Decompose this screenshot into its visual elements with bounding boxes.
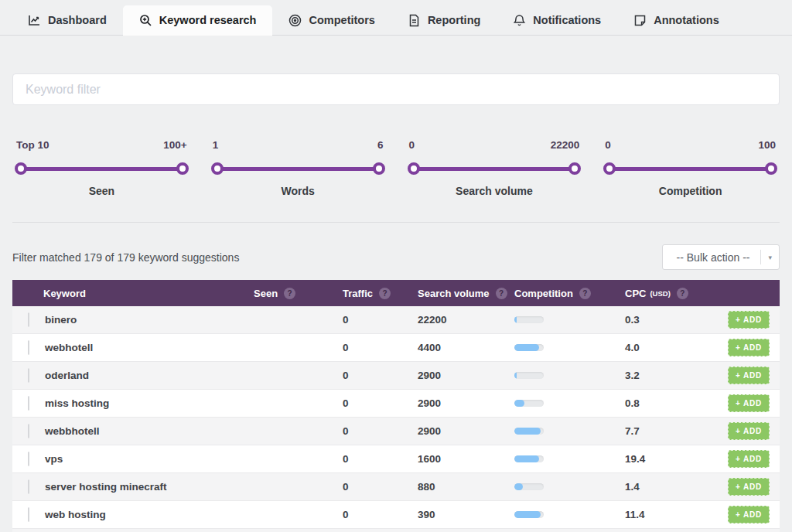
- slider-handle-max[interactable]: [373, 162, 385, 175]
- slider-track[interactable]: [16, 167, 187, 171]
- slider-seen: Top 10 100+ Seen: [16, 139, 187, 197]
- add-keyword-button[interactable]: + ADD: [728, 478, 770, 496]
- traffic-cell: 0: [343, 342, 418, 353]
- keyword-cell: server hosting minecraft: [43, 481, 254, 493]
- tab-dashboard[interactable]: Dashboard: [12, 5, 123, 35]
- slider-handle-min[interactable]: [603, 162, 616, 175]
- bell-icon: [513, 14, 526, 27]
- row-checkbox[interactable]: [28, 396, 29, 411]
- traffic-cell: 0: [343, 314, 418, 326]
- add-keyword-button[interactable]: + ADD: [728, 367, 770, 384]
- slider-handle-min[interactable]: [408, 162, 420, 175]
- traffic-cell: 0: [343, 370, 418, 381]
- competition-bar-fill: [514, 455, 539, 462]
- slider-competition: 0 100 Competition: [605, 139, 776, 197]
- tab-reporting[interactable]: Reporting: [391, 5, 497, 35]
- keyword-table: Keyword Seen? Traffic? Search volume? Co…: [12, 280, 780, 532]
- cpc-cell: 0.3: [625, 314, 715, 326]
- competition-bar: [514, 372, 544, 379]
- table-row: miss hosting 0 2900 0.8 + ADD: [12, 390, 780, 418]
- row-checkbox[interactable]: [28, 340, 29, 355]
- competition-bar-fill: [514, 511, 541, 518]
- add-keyword-button[interactable]: + ADD: [728, 339, 770, 356]
- table-row: oderland 0 2900 3.2 + ADD: [12, 362, 780, 390]
- row-checkbox[interactable]: [28, 424, 29, 438]
- row-checkbox[interactable]: [28, 368, 29, 383]
- keyword-cell: vps: [43, 453, 254, 465]
- row-checkbox[interactable]: [28, 312, 29, 327]
- traffic-cell: 0: [343, 397, 418, 409]
- competition-bar-fill: [514, 372, 517, 379]
- table-header-row: Keyword Seen? Traffic? Search volume? Co…: [12, 280, 780, 306]
- table-row: binero 0 22200 0.3 + ADD: [12, 306, 780, 334]
- add-keyword-button[interactable]: + ADD: [728, 422, 770, 440]
- table-row: webbhotell 0 2900 7.7 + ADD: [12, 418, 780, 445]
- add-keyword-button[interactable]: + ADD: [728, 394, 770, 412]
- slider-max-label: 100: [758, 139, 776, 151]
- competition-cell: [514, 344, 625, 351]
- slider-handle-max[interactable]: [765, 162, 777, 175]
- table-row: web hosting 0 390 11.4 + ADD: [12, 501, 780, 529]
- tab-keyword-research[interactable]: Keyword research: [123, 5, 273, 35]
- slider-handle-max[interactable]: [568, 162, 581, 175]
- help-icon[interactable]: ?: [677, 288, 688, 299]
- traffic-cell: 0: [343, 481, 418, 493]
- row-checkbox[interactable]: [28, 507, 29, 522]
- search-volume-cell: 1600: [418, 453, 514, 465]
- table-body: binero 0 22200 0.3 + ADD webhotell 0 440…: [12, 306, 780, 532]
- table-row: server hosting minecraft 0 880 1.4 + ADD: [12, 473, 780, 501]
- slider-min-label: Top 10: [16, 139, 50, 151]
- help-icon[interactable]: ?: [579, 288, 591, 299]
- competition-bar-fill: [514, 344, 539, 351]
- slider-min-label: 0: [605, 139, 611, 151]
- tab-competitors[interactable]: Competitors: [272, 5, 391, 35]
- competition-bar: [514, 511, 544, 518]
- chevron-down-icon: ▾: [761, 254, 779, 261]
- tab-label: Notifications: [533, 14, 601, 26]
- row-checkbox[interactable]: [28, 452, 29, 466]
- slider-title: Seen: [16, 185, 187, 197]
- tab-bar: Dashboard Keyword research Competitors R…: [0, 0, 792, 36]
- competition-bar: [514, 455, 544, 462]
- add-keyword-button[interactable]: + ADD: [728, 311, 770, 329]
- competition-bar: [514, 428, 544, 435]
- search-volume-cell: 2900: [418, 370, 514, 381]
- competition-bar: [514, 400, 544, 407]
- keyword-cell: webhotell: [43, 342, 254, 353]
- row-checkbox[interactable]: [28, 479, 29, 494]
- slider-track[interactable]: [605, 167, 776, 171]
- competition-bar: [514, 483, 544, 490]
- competition-bar: [514, 316, 544, 323]
- bulk-action-dropdown[interactable]: -- Bulk action -- ▾: [662, 244, 780, 270]
- filter-summary: Filter matched 179 of 179 keyword sugges…: [12, 251, 239, 264]
- help-icon[interactable]: ?: [379, 288, 391, 299]
- traffic-cell: 0: [343, 509, 418, 520]
- keyword-filter-input[interactable]: [12, 73, 780, 105]
- slider-handle-min[interactable]: [15, 162, 27, 175]
- slider-handle-max[interactable]: [176, 162, 189, 175]
- tab-label: Annotations: [654, 14, 719, 26]
- search-plus-icon: [139, 14, 152, 27]
- col-header-cpc: CPC(USD)?: [625, 288, 715, 299]
- competition-bar-fill: [514, 428, 541, 435]
- slider-panel: Top 10 100+ Seen 1 6: [12, 139, 780, 197]
- competition-cell: [514, 455, 625, 462]
- slider-handle-min[interactable]: [211, 162, 224, 175]
- line-chart-icon: [28, 14, 41, 27]
- add-keyword-button[interactable]: + ADD: [728, 450, 770, 468]
- slider-track[interactable]: [409, 167, 580, 171]
- keyword-cell: binero: [43, 314, 254, 326]
- search-volume-cell: 4400: [418, 342, 514, 353]
- traffic-cell: 0: [343, 453, 418, 465]
- competition-cell: [514, 511, 625, 518]
- search-volume-cell: 390: [418, 509, 514, 520]
- tab-notifications[interactable]: Notifications: [497, 5, 617, 35]
- slider-words: 1 6 Words: [213, 139, 384, 197]
- cpc-cell: 0.8: [625, 397, 715, 409]
- tab-annotations[interactable]: Annotations: [617, 5, 736, 35]
- slider-track[interactable]: [213, 167, 384, 171]
- help-icon[interactable]: ?: [496, 288, 507, 299]
- help-icon[interactable]: ?: [284, 288, 295, 299]
- keyword-cell: webbhotell: [43, 425, 254, 437]
- add-keyword-button[interactable]: + ADD: [728, 506, 770, 523]
